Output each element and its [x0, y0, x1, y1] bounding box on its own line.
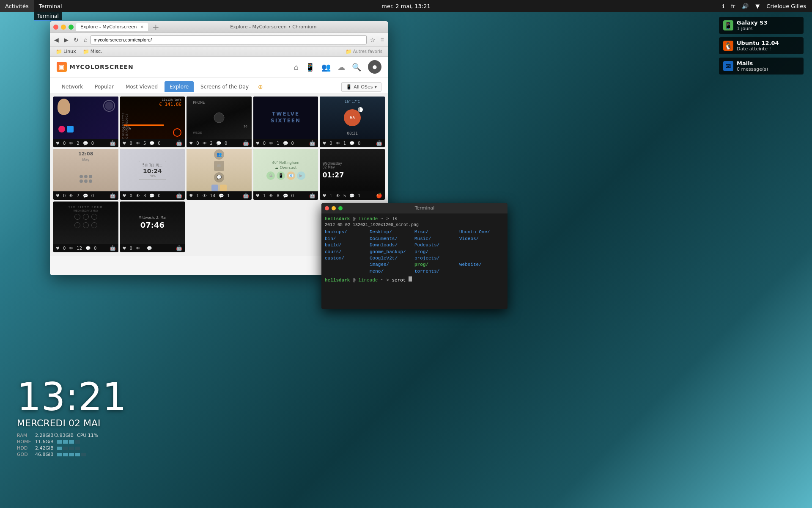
terminal-body[interactable]: hellsdark @ lineade ~ > ls 2012-05-02-13… — [321, 213, 508, 287]
browser-bookmarks-bar: 📁 Linux 📁 Misc. 📁 Autres favoris — [50, 47, 388, 57]
gallery-item-5[interactable]: 16° 17°C NA 08:31 ♥0 — [320, 97, 385, 147]
bookmark-button[interactable]: ☆ — [368, 36, 377, 44]
gallery-item-8[interactable]: 👥 ✉ 💬 ♥1 👁14 💬1 🤖 — [187, 149, 252, 200]
gallery-stats-2: ♥0 👁5 💬0 🤖 — [120, 139, 185, 147]
site-tabs: Network Popular Most Viewed Explore Scre… — [50, 77, 388, 93]
gallery-item-2[interactable]: 10:13h left € 141,86 60% DIGICASSETTE QU… — [120, 97, 185, 147]
gallery-item-1[interactable]: ♥0 👁2 💬0 🤖 — [53, 97, 118, 147]
gallery-item-6[interactable]: 12:08 May ♥0 👁7 💬0 🤖 — [53, 149, 118, 200]
tab-close-button[interactable]: ✕ — [140, 25, 144, 29]
tab-explore[interactable]: Explore — [165, 81, 194, 92]
dir-build: build/ — [325, 242, 370, 248]
terminal-title: Terminal — [345, 205, 504, 211]
back-button[interactable]: ◀ — [52, 36, 60, 44]
android-icon-12: 🤖 — [176, 245, 182, 251]
gallery-item-3[interactable]: PHONE WSDE 30 ♥0 👁2 💬0 🤖 — [187, 97, 252, 147]
indicator-user[interactable]: Crieloue Gilles — [764, 3, 809, 9]
gallery-stats-1: ♥0 👁2 💬0 🤖 — [53, 139, 118, 147]
rss-icon[interactable]: ⊕ — [255, 81, 266, 93]
dir-backups: backups/ — [325, 229, 370, 235]
gallery-stats-12: ♥0 👁 💬 🤖 — [120, 244, 185, 252]
nav-search-icon[interactable]: 🔍 — [352, 63, 361, 72]
user-avatar[interactable]: ● — [368, 60, 381, 74]
heart-icon: ♥ — [123, 246, 126, 251]
chevron-down-icon: ▾ — [374, 84, 377, 90]
nav-mobile-icon[interactable]: 📱 — [305, 63, 315, 72]
heart-icon: ♥ — [189, 193, 193, 198]
gallery-thumb-2: 10:13h left € 141,86 60% DIGICASSETTE QU… — [120, 97, 185, 139]
heart-icon: ♥ — [256, 193, 260, 198]
top-panel-right: ℹ fr 🔊 ▼ Crieloue Gilles — [719, 3, 812, 9]
site-logo: ▣ MYCOLORSCREEN — [57, 62, 134, 72]
terminal-app-button[interactable]: Terminal — [34, 0, 67, 12]
indicator-lang[interactable]: fr — [728, 3, 738, 9]
site-header: ▣ MYCOLORSCREEN ⌂ 📱 👥 ☁ 🔍 ● — [50, 57, 388, 77]
android-icon-2: 🤖 — [176, 140, 182, 146]
tab-popular[interactable]: Popular — [90, 81, 119, 92]
views-icon: 👁 — [336, 193, 340, 198]
views-icon: 👁 — [136, 246, 140, 251]
url-bar[interactable] — [91, 35, 366, 44]
stat-home-label: HOME — [17, 439, 32, 444]
gallery-item-10[interactable]: Wednesday 02 May 01:27 ♥1 👁5 💬1 🍎 — [320, 149, 385, 200]
stat-home-bar — [57, 440, 80, 444]
comments-icon: 💬 — [283, 141, 288, 146]
bookmark-linux[interactable]: 📁 Linux — [53, 48, 79, 55]
gallery-item-7[interactable]: 5月 1日 周二 10:24 78% ♥0 👁3 💬0 🤖 — [120, 149, 185, 200]
indicator-power[interactable]: ℹ — [719, 3, 727, 9]
device-filter[interactable]: 📱 All OSes ▾ — [341, 82, 381, 92]
views-icon: 👁 — [203, 141, 207, 146]
window-minimize-button[interactable] — [61, 25, 66, 30]
home-button[interactable]: ⌂ — [82, 36, 89, 44]
heart-icon: ♥ — [56, 141, 60, 146]
notif-ubuntu[interactable]: 🐧 Ubuntu 12.04 Date atteinte ! — [719, 37, 804, 54]
tab-most-viewed[interactable]: Most Viewed — [121, 81, 163, 92]
android-icon-7: 🤖 — [176, 193, 182, 199]
views-icon: 👁 — [69, 141, 73, 146]
site-nav: ⌂ 📱 👥 ☁ 🔍 ● — [294, 60, 381, 74]
clock-time: 13:21 — [17, 378, 126, 416]
gallery-stats-5: ♥0 👁1 💬0 🤖 — [320, 139, 385, 147]
window-maximize-button[interactable] — [69, 25, 74, 30]
nav-cloud-icon[interactable]: ☁ — [337, 63, 345, 72]
nav-users-icon[interactable]: 👥 — [321, 63, 331, 72]
nav-home-icon[interactable]: ⌂ — [294, 63, 299, 72]
terminal-close-button[interactable] — [325, 206, 329, 210]
gallery-item-4[interactable]: TWELVE SIXTEEN ♥0 👁1 💬0 🤖 — [253, 97, 318, 147]
terminal-output-file: 2012-05-02-132031_1920x1200_scrot.png — [325, 222, 504, 228]
views-count-1: 2 — [77, 141, 79, 146]
heart-icon: ♥ — [322, 141, 326, 146]
stat-ram: RAM 2.29GiB/3.93GiB CPU 11% — [17, 433, 126, 438]
indicator-volume[interactable]: 🔊 — [739, 3, 751, 9]
stat-god-bar — [57, 453, 86, 456]
gallery-item-9[interactable]: 46° Nottingham ☁ Overcast 🌤 📱 📧 ▶ ♥1 👁8 … — [253, 149, 318, 200]
terminal-maximize-button[interactable] — [338, 206, 343, 210]
indicator-network[interactable]: ▼ — [753, 3, 762, 9]
gallery-item-12[interactable]: Mittwoch, 2. Mai 07:46 ♥0 👁 💬 🤖 — [120, 202, 185, 252]
notif-mails[interactable]: ✉ Mails 0 message(s) — [719, 58, 804, 75]
dir-website: website/ — [459, 262, 504, 268]
notif-galaxy-s3[interactable]: 📱 Galaxy S3 1 jours — [719, 17, 804, 34]
settings-button[interactable]: ≡ — [379, 36, 386, 44]
gallery-item-11[interactable]: SIX FIFTY FOUR WEDNESDAY 2 MAY ♥0 — [53, 202, 118, 252]
browser-toolbar: ◀ ▶ ↻ ⌂ ☆ ≡ — [50, 33, 388, 47]
window-close-button[interactable] — [53, 25, 58, 30]
new-tab-button[interactable]: + — [152, 22, 159, 32]
browser-tab-active[interactable]: Explore - MyColorscreen ✕ — [76, 23, 148, 31]
dir-gnome-backup: gnome_backup/ — [370, 249, 414, 255]
tab-network[interactable]: Network — [57, 81, 88, 92]
bookmark-autres[interactable]: 📁 Autres favoris — [343, 48, 385, 55]
notifications-panel: 📱 Galaxy S3 1 jours 🐧 Ubuntu 12.04 Date … — [719, 17, 804, 75]
views-icon: 👁 — [269, 193, 273, 198]
notif-text-galaxy: Galaxy S3 1 jours — [737, 19, 767, 31]
taskbar-terminal[interactable]: Terminal — [34, 12, 62, 21]
notif-icon-ubuntu: 🐧 — [723, 41, 733, 51]
activities-button[interactable]: Activités — [0, 0, 34, 12]
terminal-minimize-button[interactable] — [332, 206, 336, 210]
comments-icon: 💬 — [283, 193, 288, 198]
bookmark-misc[interactable]: 📁 Misc. — [80, 48, 105, 55]
forward-button[interactable]: ▶ — [62, 36, 70, 44]
tab-screens-of-day[interactable]: Screens of the Day — [195, 81, 254, 92]
dir-podcasts: Podcasts/ — [414, 242, 459, 248]
reload-button[interactable]: ↻ — [72, 36, 80, 44]
